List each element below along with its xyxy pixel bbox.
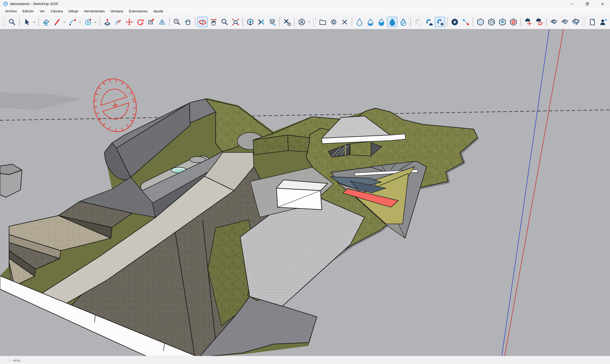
droplet-full-button[interactable] xyxy=(387,17,397,27)
menu-item-camara[interactable]: Cámara xyxy=(48,8,66,14)
push-pull-button[interactable] xyxy=(102,17,113,27)
droplet-empty-button[interactable] xyxy=(354,17,364,27)
restore-button[interactable] xyxy=(580,0,595,8)
droplet-third-button[interactable] xyxy=(365,17,376,27)
arc-2pt-button[interactable] xyxy=(67,17,78,27)
dropdown-chevron-icon[interactable] xyxy=(32,17,36,27)
menu-item-edicion[interactable]: Edición xyxy=(20,8,37,14)
toolbar-grip-handle[interactable] xyxy=(583,17,585,26)
magnet-grey-icon xyxy=(414,18,422,26)
droplet-twothirds-button[interactable] xyxy=(376,17,387,27)
toolbar-separator xyxy=(473,17,473,26)
follow-me-button[interactable] xyxy=(113,17,123,27)
magnet-grey-button xyxy=(413,17,423,27)
endpoints-line-button[interactable] xyxy=(460,17,471,27)
toolbar-separator xyxy=(447,17,447,26)
menu-item-extensiones[interactable]: Extensiones xyxy=(126,8,151,14)
close-x-icon xyxy=(341,18,349,26)
dropdown-chevron-icon[interactable] xyxy=(78,17,82,27)
hex-sketchup-button[interactable] xyxy=(497,17,507,27)
terrain-stamp-button[interactable] xyxy=(571,17,581,27)
folder-button[interactable] xyxy=(317,17,328,27)
toolbar-separator xyxy=(352,17,352,26)
menu-item-ayuda[interactable]: Ayuda xyxy=(151,8,166,14)
droplet-hatched-icon xyxy=(399,18,407,26)
dropdown-chevron-icon[interactable] xyxy=(307,17,311,27)
terrain-model xyxy=(0,98,478,356)
cloud-rotate-icon xyxy=(535,18,543,26)
pencil-line-button[interactable] xyxy=(52,17,62,27)
terrain-smoove-button[interactable] xyxy=(559,17,570,27)
polygon-shape-button[interactable] xyxy=(83,17,93,27)
droplet-third-icon xyxy=(366,18,374,26)
rotate-tool-button[interactable] xyxy=(197,17,208,27)
search-button[interactable] xyxy=(7,17,17,27)
new-document-button[interactable] xyxy=(587,17,597,27)
add-person-icon xyxy=(599,18,607,26)
cloud-move-button[interactable] xyxy=(523,17,533,27)
toolbar-separator xyxy=(410,17,411,26)
pan-hand-button[interactable] xyxy=(208,17,219,27)
extension-manager-icon xyxy=(283,18,291,26)
toolbar-grip-handle[interactable] xyxy=(313,17,316,26)
dropdown-chevron-icon[interactable] xyxy=(93,17,97,27)
scale-button[interactable] xyxy=(146,17,156,27)
minimize-button[interactable] xyxy=(564,0,580,8)
trimble-x-button[interactable] xyxy=(256,17,266,27)
distant-mesh-plane xyxy=(0,92,83,110)
account-button[interactable] xyxy=(297,17,307,27)
move-button[interactable] xyxy=(124,17,134,27)
close-x-button[interactable] xyxy=(339,17,350,27)
eraser-button[interactable] xyxy=(41,17,51,27)
add-circle-icon xyxy=(451,18,459,26)
folder-icon xyxy=(319,18,327,26)
zoom-button[interactable] xyxy=(219,17,230,27)
select-arrow-icon xyxy=(23,18,31,26)
new-document-icon xyxy=(588,18,596,26)
settings-gear-button[interactable] xyxy=(328,17,339,27)
toolbar-separator xyxy=(520,17,521,26)
toolbar-separator xyxy=(195,17,195,26)
droplet-twothirds-icon xyxy=(377,18,385,26)
share-model-icon xyxy=(268,18,276,26)
menu-item-herramientas[interactable]: Herramientas xyxy=(81,8,107,14)
horizon-line xyxy=(0,110,610,120)
terrain-mesh-button[interactable] xyxy=(548,17,559,27)
warehouse-3d-button[interactable] xyxy=(245,17,255,27)
polygon-shape-icon xyxy=(84,18,92,26)
hex-square-button[interactable] xyxy=(475,17,486,27)
cloud-rotate-button[interactable] xyxy=(534,17,544,27)
menu-item-ver[interactable]: Ver xyxy=(37,8,48,14)
close-button[interactable] xyxy=(595,0,610,8)
axis-line-red xyxy=(505,29,564,356)
add-circle-button[interactable] xyxy=(449,17,460,27)
dropdown-chevron-icon[interactable] xyxy=(63,17,66,27)
rotate-2d-button[interactable] xyxy=(135,17,145,27)
toolbar-group xyxy=(312,17,581,27)
toolbar-grip-handle[interactable] xyxy=(2,17,5,26)
trimble-x-icon xyxy=(257,18,265,26)
menu-item-archivo[interactable]: Archivo xyxy=(2,8,20,14)
magnet-cloud-button[interactable] xyxy=(424,17,434,27)
viewport-3d-canvas[interactable] xyxy=(0,29,610,356)
magnet-sketchup-button[interactable] xyxy=(435,17,445,27)
select-arrow-button[interactable] xyxy=(21,17,32,27)
extension-manager-button[interactable] xyxy=(282,17,292,27)
hex-forbidden-button[interactable] xyxy=(508,17,519,27)
zoom-extents-button[interactable] xyxy=(230,17,241,27)
droplet-hatched-button[interactable] xyxy=(398,17,408,27)
menu-bar: ArchivoEdiciónVerCámaraDibujoHerramienta… xyxy=(0,8,610,15)
paint-bucket-button[interactable] xyxy=(182,17,193,27)
share-model-button[interactable] xyxy=(267,17,277,27)
white-box xyxy=(276,180,328,210)
flip-icon xyxy=(158,18,166,26)
toolbar xyxy=(0,15,610,29)
menu-item-dibujo[interactable]: Dibujo xyxy=(65,8,81,14)
flip-button[interactable] xyxy=(157,17,167,27)
menu-item-ventana[interactable]: Ventana xyxy=(107,8,126,14)
tape-measure-button[interactable] xyxy=(171,17,182,27)
toolbar-separator xyxy=(169,17,170,26)
add-person-button[interactable] xyxy=(598,17,608,27)
hex-cloud-button[interactable] xyxy=(486,17,497,27)
hex-cloud-icon xyxy=(488,18,495,26)
